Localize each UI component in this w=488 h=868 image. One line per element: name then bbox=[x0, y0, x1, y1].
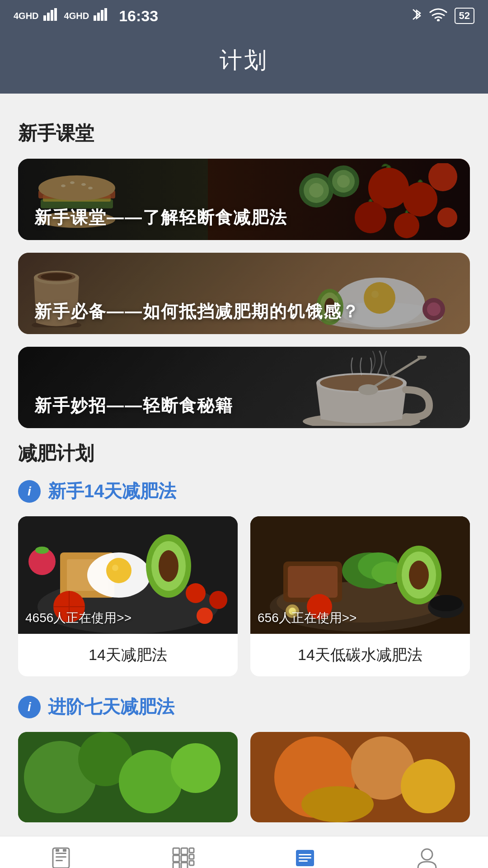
svg-rect-5 bbox=[97, 13, 100, 21]
svg-rect-109 bbox=[189, 861, 194, 865]
svg-point-89 bbox=[171, 743, 221, 793]
svg-point-55 bbox=[106, 558, 131, 583]
bluetooth-icon bbox=[411, 7, 422, 25]
nav-item-plan[interactable]: 计划 bbox=[244, 845, 366, 868]
nav-item-record[interactable]: 记录 bbox=[0, 845, 122, 868]
svg-point-82 bbox=[430, 595, 462, 611]
plan-icon bbox=[292, 845, 318, 868]
svg-rect-99 bbox=[56, 849, 59, 852]
wifi-icon bbox=[429, 8, 447, 24]
svg-rect-3 bbox=[54, 8, 57, 21]
signal-icon-2 bbox=[94, 8, 110, 24]
svg-point-114 bbox=[422, 849, 432, 860]
network-label-2: 4GHD bbox=[64, 11, 89, 21]
svg-rect-112 bbox=[299, 857, 311, 859]
status-left: 4GHD 4GHD 16:33 bbox=[14, 7, 158, 25]
svg-rect-105 bbox=[181, 855, 188, 862]
banner-card-1[interactable]: 新手课堂——了解轻断食减肥法 bbox=[18, 159, 470, 240]
banner-text-3: 新手妙招——轻断食秘籍 bbox=[34, 394, 233, 417]
record-icon bbox=[48, 845, 74, 868]
plan-section: 减肥计划 i 新手14天减肥法 bbox=[18, 441, 470, 822]
svg-rect-104 bbox=[181, 848, 188, 854]
plan-group-2-icon: i bbox=[18, 696, 41, 718]
status-right: 52 bbox=[411, 7, 474, 25]
bottom-nav: 记录 计步 计 bbox=[0, 836, 488, 868]
svg-rect-73 bbox=[288, 566, 338, 598]
plan-grid-1: 4656人正在使用>> 14天减肥法 bbox=[18, 516, 470, 676]
plan-card-1-title: 14天减肥法 bbox=[18, 634, 238, 676]
plan-card-2-badge: 656人正在使用>> bbox=[258, 609, 357, 627]
banner-card-2[interactable]: 新手必备——如何抵挡减肥期的饥饿感？ bbox=[18, 253, 470, 334]
profile-icon bbox=[414, 845, 440, 868]
time: 16:33 bbox=[119, 7, 158, 25]
plan-section-title: 减肥计划 bbox=[18, 441, 470, 466]
svg-rect-113 bbox=[299, 860, 308, 862]
svg-point-8 bbox=[437, 19, 440, 21]
plan-group-1-title: i 新手14天减肥法 bbox=[18, 479, 470, 504]
plan-card-3[interactable] bbox=[18, 732, 238, 822]
signal-icon-1 bbox=[43, 8, 60, 24]
network-label-1: 4GHD bbox=[14, 11, 39, 21]
svg-point-64 bbox=[35, 547, 49, 554]
plan-card-1[interactable]: 4656人正在使用>> 14天减肥法 bbox=[18, 516, 238, 676]
svg-point-94 bbox=[301, 786, 374, 822]
main-content: 新手课堂 bbox=[0, 94, 488, 836]
plan-grid-2 bbox=[18, 732, 470, 822]
nav-item-profile[interactable]: 我的 bbox=[366, 845, 488, 868]
battery-icon: 52 bbox=[455, 8, 474, 24]
svg-rect-0 bbox=[43, 15, 46, 21]
svg-rect-100 bbox=[63, 849, 66, 852]
plan-group-1-icon: i bbox=[18, 480, 41, 503]
page-title: 计划 bbox=[220, 47, 268, 73]
svg-rect-102 bbox=[173, 855, 179, 862]
svg-rect-98 bbox=[56, 860, 63, 861]
svg-point-79 bbox=[409, 561, 429, 590]
page-header: 计划 bbox=[0, 32, 488, 94]
plan-group-2-title: i 进阶七天减肥法 bbox=[18, 694, 470, 719]
svg-point-65 bbox=[186, 583, 206, 603]
svg-rect-97 bbox=[56, 856, 66, 858]
status-bar: 4GHD 4GHD 16:33 52 bbox=[0, 0, 488, 32]
plan-card-2[interactable]: 656人正在使用>> 14天低碳水减肥法 bbox=[250, 516, 470, 676]
svg-rect-107 bbox=[189, 848, 194, 853]
nav-item-steps[interactable]: 计步 bbox=[122, 845, 244, 868]
svg-rect-106 bbox=[181, 863, 188, 868]
svg-rect-2 bbox=[51, 10, 53, 21]
svg-point-93 bbox=[401, 759, 455, 813]
svg-rect-95 bbox=[53, 848, 69, 868]
svg-point-66 bbox=[197, 608, 213, 624]
banner-card-3[interactable]: 新手妙招——轻断食秘籍 bbox=[18, 347, 470, 428]
svg-rect-1 bbox=[47, 13, 50, 21]
svg-rect-111 bbox=[299, 854, 311, 855]
plan-card-1-badge: 4656人正在使用>> bbox=[25, 609, 131, 627]
svg-rect-108 bbox=[189, 854, 194, 859]
plan-card-2-title: 14天低碳水减肥法 bbox=[250, 634, 470, 676]
plan-card-4[interactable] bbox=[250, 732, 470, 822]
svg-rect-96 bbox=[56, 853, 66, 854]
steps-icon bbox=[170, 845, 196, 868]
beginner-section-title: 新手课堂 bbox=[18, 121, 470, 146]
banner-text-1: 新手课堂——了解轻断食减肥法 bbox=[34, 206, 287, 229]
svg-rect-103 bbox=[173, 863, 179, 868]
svg-rect-6 bbox=[101, 10, 103, 21]
banner-text-2: 新手必备——如何抵挡减肥期的饥饿感？ bbox=[34, 300, 360, 323]
svg-point-67 bbox=[209, 591, 227, 609]
svg-rect-7 bbox=[104, 8, 107, 21]
svg-point-56 bbox=[112, 565, 118, 571]
svg-point-59 bbox=[159, 550, 178, 582]
svg-rect-101 bbox=[173, 848, 179, 854]
svg-rect-4 bbox=[94, 15, 96, 21]
